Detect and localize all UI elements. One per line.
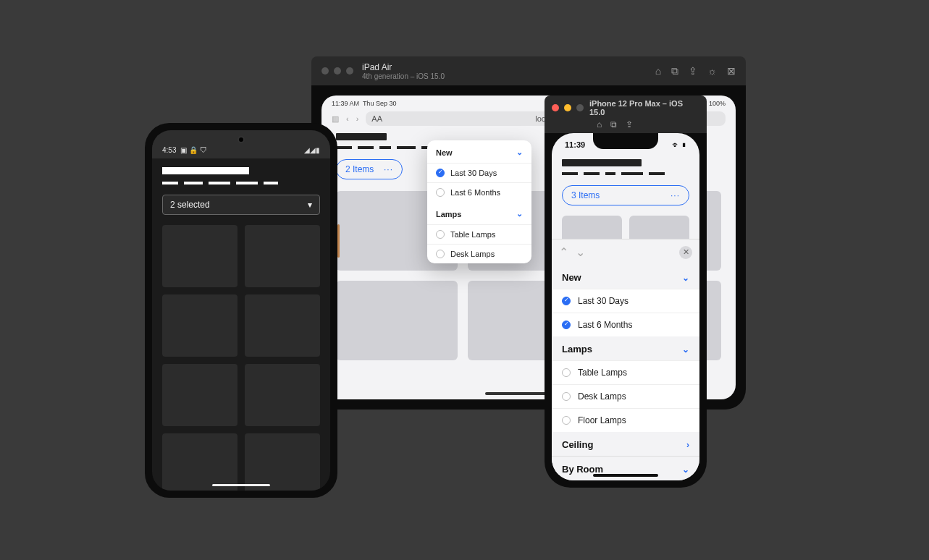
iphone-time: 11:39 bbox=[565, 140, 585, 149]
chevron-down-icon: ⌄ bbox=[682, 344, 689, 355]
section-title: By Room bbox=[562, 464, 603, 475]
chevron-up-icon[interactable]: ⌃ bbox=[559, 245, 568, 259]
section-title: New bbox=[436, 148, 453, 157]
grid-tile[interactable] bbox=[245, 433, 320, 491]
filter-option[interactable]: Table Lamps bbox=[552, 360, 699, 384]
section-title: New bbox=[562, 272, 581, 283]
iphone-titlebar: iPhone 12 Pro Max – iOS 15.0 ⌂ ⧉ ⇪ bbox=[545, 96, 707, 133]
radio-icon bbox=[562, 368, 571, 377]
share-icon[interactable]: ⇪ bbox=[689, 65, 697, 77]
page-title-placeholder bbox=[562, 159, 642, 166]
radio-icon bbox=[562, 416, 571, 425]
close-sheet-button[interactable]: ✕ bbox=[679, 246, 692, 259]
forward-icon[interactable]: › bbox=[356, 114, 359, 123]
chevron-down-icon[interactable]: ⌄ bbox=[576, 245, 585, 259]
filter-pill[interactable]: 2 Items ··· bbox=[336, 159, 403, 179]
grid-tile[interactable] bbox=[336, 281, 458, 360]
power-button[interactable] bbox=[337, 224, 340, 258]
window-traffic-lights[interactable] bbox=[552, 104, 584, 111]
grid-tile[interactable] bbox=[245, 364, 320, 426]
radio-checked-icon bbox=[436, 169, 445, 177]
screenshot-icon[interactable]: ⧉ bbox=[610, 119, 617, 130]
filter-option[interactable]: Desk Lamps bbox=[552, 384, 699, 408]
more-icon: ··· bbox=[384, 164, 393, 174]
option-label: Last 6 Months bbox=[450, 188, 500, 197]
android-device: 4:53 ▣ 🔒 ⛉ ◢◢▮ 2 selected ▾ bbox=[145, 123, 337, 498]
filter-sheet: ⌃ ⌄ ✕ New ⌄ Last 30 Days Last 6 Months bbox=[552, 239, 699, 480]
home-icon[interactable]: ⌂ bbox=[597, 119, 602, 130]
option-label: Table Lamps bbox=[450, 230, 495, 239]
notif-icon: ▣ bbox=[180, 146, 187, 154]
breadcrumb-placeholder bbox=[162, 182, 320, 184]
grid-tile[interactable] bbox=[245, 294, 320, 357]
share-icon[interactable]: ⇪ bbox=[626, 119, 633, 130]
section-title: Lamps bbox=[562, 344, 592, 355]
close-icon[interactable]: ⊠ bbox=[727, 65, 736, 77]
radio-icon bbox=[436, 230, 445, 239]
radio-checked-icon bbox=[562, 297, 571, 305]
android-time: 4:53 bbox=[162, 146, 176, 154]
chevron-down-icon: ⌄ bbox=[516, 209, 523, 219]
filter-option[interactable]: Last 30 Days bbox=[552, 289, 699, 313]
section-title: Lamps bbox=[436, 210, 461, 219]
filter-option[interactable]: Last 30 Days bbox=[427, 163, 531, 182]
iphone-simulator-window: iPhone 12 Pro Max – iOS 15.0 ⌂ ⧉ ⇪ 11:39… bbox=[545, 96, 707, 488]
ipad-titlebar: iPad Air 4th generation – iOS 15.0 ⌂ ⧉ ⇪… bbox=[311, 56, 746, 85]
page-title-placeholder bbox=[162, 167, 249, 174]
iphone-bezel: 11:39 ᯤ ▮ 3 Items ··· bbox=[545, 133, 707, 488]
grid-tile[interactable] bbox=[162, 433, 237, 491]
iphone-screen: 11:39 ᯤ ▮ 3 Items ··· bbox=[552, 133, 699, 480]
filter-option[interactable]: Desk Lamps bbox=[427, 244, 531, 263]
home-icon[interactable]: ⌂ bbox=[655, 65, 661, 77]
sidebar-toggle-icon[interactable]: ▥ bbox=[332, 114, 339, 124]
filter-option[interactable]: Table Lamps bbox=[427, 224, 531, 244]
grid-tile[interactable] bbox=[162, 225, 237, 287]
product-grid bbox=[162, 225, 320, 491]
window-traffic-lights[interactable] bbox=[321, 67, 353, 75]
grid-tile[interactable] bbox=[162, 294, 237, 357]
ipad-date: Thu Sep 30 bbox=[363, 100, 397, 107]
option-label: Desk Lamps bbox=[578, 391, 626, 402]
filter-option[interactable]: Last 6 Months bbox=[552, 313, 699, 336]
option-label: Last 30 Days bbox=[578, 296, 629, 306]
android-screen: 4:53 ▣ 🔒 ⛉ ◢◢▮ 2 selected ▾ bbox=[152, 130, 330, 491]
filter-summary: 2 Items bbox=[345, 164, 374, 174]
grid-tile[interactable] bbox=[245, 225, 320, 287]
grid-tile[interactable] bbox=[162, 364, 237, 426]
sheet-section-ceiling[interactable]: Ceiling › bbox=[552, 432, 699, 456]
radio-icon bbox=[436, 188, 445, 197]
option-label: Desk Lamps bbox=[450, 250, 495, 258]
back-icon[interactable]: ‹ bbox=[346, 114, 349, 123]
home-indicator[interactable] bbox=[212, 484, 270, 486]
option-label: Floor Lamps bbox=[578, 415, 626, 425]
chevron-down-icon: ⌄ bbox=[682, 464, 689, 475]
screenshot-icon[interactable]: ⧉ bbox=[671, 65, 678, 77]
page-title-placeholder bbox=[336, 133, 387, 140]
filter-select[interactable]: 2 selected ▾ bbox=[162, 195, 320, 215]
popover-section-lamps[interactable]: Lamps ⌄ bbox=[427, 202, 531, 224]
select-label: 2 selected bbox=[170, 200, 210, 210]
option-label: Table Lamps bbox=[578, 368, 627, 378]
ipad-subtitle: 4th generation – iOS 15.0 bbox=[362, 72, 647, 80]
home-indicator[interactable] bbox=[593, 474, 658, 477]
section-title: Ceiling bbox=[562, 439, 593, 450]
popover-section-new[interactable]: New ⌄ bbox=[427, 140, 531, 163]
sheet-section-lamps[interactable]: Lamps ⌄ bbox=[552, 336, 699, 360]
notch bbox=[593, 133, 658, 149]
filter-summary: 3 Items bbox=[571, 190, 600, 200]
more-icon: ··· bbox=[671, 190, 680, 200]
status-icons: ᯤ ▮ bbox=[672, 140, 686, 149]
chevron-down-icon: ⌄ bbox=[516, 148, 523, 157]
lock-icon: 🔒 bbox=[189, 146, 198, 154]
sheet-section-new[interactable]: New ⌄ bbox=[552, 265, 699, 289]
brightness-icon[interactable]: ☼ bbox=[707, 65, 717, 77]
reader-icon[interactable]: AA bbox=[371, 114, 382, 123]
chevron-right-icon: › bbox=[686, 440, 689, 450]
filter-option[interactable]: Last 6 Months bbox=[427, 182, 531, 202]
ipad-title: iPad Air bbox=[362, 62, 647, 72]
ipad-time: 11:39 AM bbox=[332, 100, 359, 107]
radio-checked-icon bbox=[562, 321, 571, 329]
chevron-down-icon: ⌄ bbox=[682, 273, 689, 283]
filter-pill[interactable]: 3 Items ··· bbox=[562, 185, 689, 205]
filter-option[interactable]: Floor Lamps bbox=[552, 408, 699, 432]
